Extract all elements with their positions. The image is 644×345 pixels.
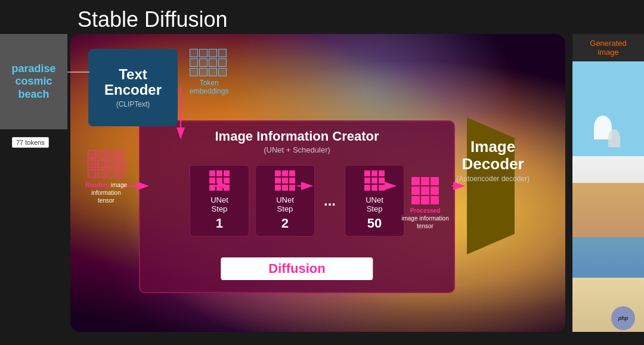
processed-tensor-grid [411,177,439,204]
prompt-text: paradise cosmic beach [6,63,61,101]
unet-step-2: UNetStep 2 [255,165,315,237]
generated-image-label: Generated image [572,34,644,61]
random-tensor: Random image information tensor [82,150,130,204]
generated-image-panel: Generated image [572,34,644,332]
iic-subtitle: (UNet + Scheduler) [140,145,454,154]
token-embeddings-label: Token embeddings [190,79,228,95]
image-decoder: Image Decoder (Autoencoder decoder) [456,138,530,183]
prompt-area: paradise cosmic beach [0,34,67,129]
main-diagram: Text Encoder (CLIPText) Token embeddings [70,34,565,332]
token-grid-icon [190,49,228,76]
grid-cell [218,58,227,67]
text-encoder-subtitle: (CLIPText) [116,100,150,108]
grid-cell [209,68,217,76]
unet-step-2-grid [275,170,295,191]
tokens-badge: 77 tokens [12,137,49,148]
unet-step-1: UNetStep 1 [190,165,249,237]
grid-cell [218,49,227,57]
unet-step-50-label: UNetStep [366,195,383,213]
unet-step-50-number: 50 [367,216,382,231]
random-tensor-label: Random image information tensor [82,181,130,204]
unet-step-50-grid [364,170,385,191]
grid-cell [218,68,227,76]
image-decoder-subtitle: (Autoencoder decoder) [456,175,530,183]
unet-step-50: UNetStep 50 [345,165,404,237]
unet-step-2-number: 2 [281,216,289,231]
token-embeddings: Token embeddings [190,49,228,95]
php-badge-text: php [618,315,628,321]
iic-title: Image Information Creator [140,129,454,144]
processed-tensor: Processed image information tensor [401,177,449,230]
diffusion-label: Diffusion [268,261,325,276]
generated-image-preview [572,61,644,332]
grid-cell [209,49,217,57]
diffusion-label-bar: Diffusion [221,257,373,280]
unet-step-1-grid [209,170,230,191]
text-encoder-box: Text Encoder (CLIPText) [88,49,178,126]
page-title: Stable Diffusion [78,7,228,32]
processed-tensor-label: Processed image information tensor [401,207,449,230]
unet-step-1-number: 1 [216,216,223,231]
unet-dots: ... [324,192,336,209]
image-decoder-title: Image Decoder [456,138,530,172]
grid-cell [190,68,198,76]
unet-step-1-label: UNetStep [210,195,228,213]
grid-cell [199,58,208,67]
grid-cell [209,58,217,67]
text-encoder-title: Text Encoder [104,67,162,98]
grid-cell [190,58,198,67]
grid-cell [199,49,208,57]
grid-cell [190,49,198,57]
grid-cell [199,68,208,76]
unet-step-2-label: UNetStep [276,195,294,213]
random-tensor-grid [88,150,125,178]
prompt-connector [67,72,89,73]
php-badge: php [611,306,635,330]
